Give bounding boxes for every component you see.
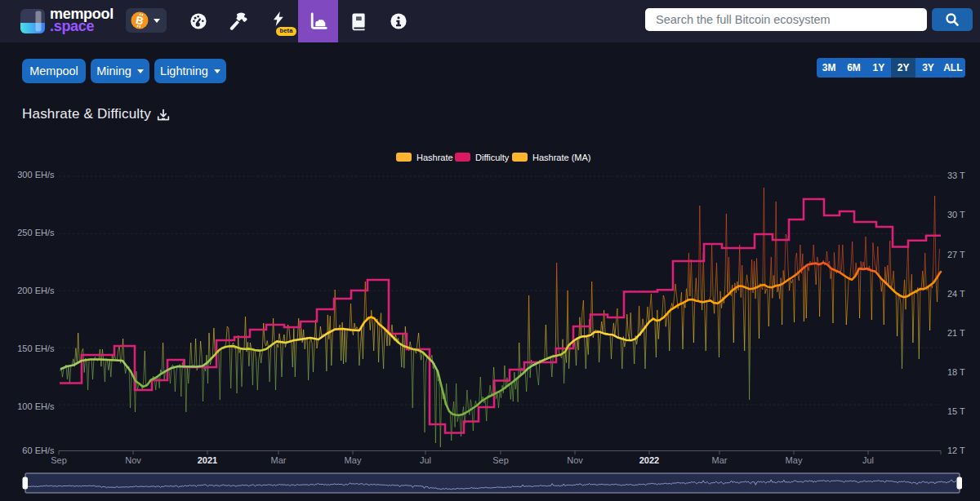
- svg-text:60 EH/s: 60 EH/s: [22, 446, 55, 455]
- svg-text:150 EH/s: 150 EH/s: [17, 344, 55, 353]
- svg-text:33 T: 33 T: [947, 171, 965, 180]
- svg-text:24 T: 24 T: [947, 289, 965, 299]
- svg-text:27 T: 27 T: [947, 250, 965, 259]
- svg-text:Jul: Jul: [420, 455, 431, 465]
- svg-text:12 T: 12 T: [947, 446, 965, 455]
- svg-text:300 EH/s: 300 EH/s: [17, 170, 55, 180]
- svg-text:Jul: Jul: [862, 455, 874, 465]
- svg-text:May: May: [345, 455, 362, 465]
- svg-text:250 EH/s: 250 EH/s: [17, 228, 55, 237]
- svg-text:30 T: 30 T: [947, 210, 965, 219]
- svg-text:15 T: 15 T: [947, 406, 965, 416]
- svg-text:May: May: [786, 455, 803, 465]
- svg-text:Sep: Sep: [492, 455, 509, 465]
- svg-text:2021: 2021: [198, 455, 217, 465]
- svg-text:Nov: Nov: [125, 455, 141, 465]
- svg-text:Mar: Mar: [712, 455, 728, 465]
- svg-text:18 T: 18 T: [947, 367, 965, 377]
- svg-text:Nov: Nov: [567, 455, 583, 465]
- svg-text:100 EH/s: 100 EH/s: [17, 401, 55, 411]
- svg-text:200 EH/s: 200 EH/s: [17, 286, 55, 295]
- svg-text:Mar: Mar: [271, 455, 287, 465]
- svg-text:2022: 2022: [639, 455, 659, 465]
- svg-text:21 T: 21 T: [947, 328, 965, 338]
- svg-text:Sep: Sep: [51, 455, 67, 465]
